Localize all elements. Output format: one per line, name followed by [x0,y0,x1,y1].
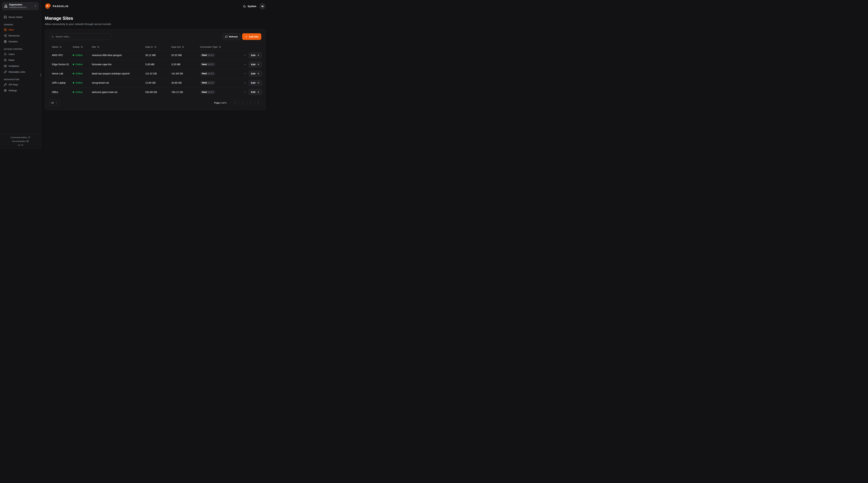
last-page-button[interactable] [255,100,261,105]
sidebar-resize-handle[interactable] [41,73,41,76]
column-header-site[interactable]: Site [92,45,144,48]
book-open-icon [26,140,29,142]
data-out-cell: 3.20 MB [172,63,198,66]
site-status-cell: Online [73,82,90,84]
column-label: Online [73,45,80,48]
search-icon [51,35,54,38]
ellipsis-icon [244,82,246,84]
data-out-cell: 52.02 MB [172,54,198,57]
refresh-button[interactable]: Refresh [222,33,241,40]
sort-icon [81,46,83,48]
online-status-label: Online [75,54,83,57]
page-title: Manage Sites [45,15,266,21]
connection-type-badge: Newt v1.3.2 [200,81,215,85]
ellipsis-icon [244,63,246,66]
avatar[interactable]: M [259,3,266,9]
connection-type-name: Newt [202,91,207,93]
connection-type-badge: Newt v1.3.2 [200,53,215,57]
brand-name: PANGOLIN [53,5,69,8]
row-menu-button[interactable] [242,53,248,58]
community-edition-link[interactable]: Community Edition [0,135,41,139]
sidebar-item-label: Settings [8,89,17,92]
brand: PANGOLIN [45,3,69,9]
refresh-icon [225,35,227,38]
org-selector-value: milo@fossorial.io's ... [9,6,33,9]
column-header-online[interactable]: Online [73,45,90,48]
data-out-cell: 780.12 GB [172,91,198,94]
sidebar-item-sites[interactable]: Sites [2,27,38,33]
community-edition-label: Community Edition [10,135,27,139]
org-selector[interactable]: Organization milo@fossorial.io's ... [2,2,38,10]
connection-type-cell: Newt v1.3.2 [200,81,241,85]
connection-type-name: Newt [202,54,207,56]
server-icon [4,15,7,19]
edit-button-label: Edit [251,82,255,84]
arrow-right-icon [257,63,259,66]
first-page-button[interactable] [232,100,238,105]
row-menu-button[interactable] [242,90,248,94]
site-name-cell: Jeff's Laptop [52,82,71,84]
row-menu-button[interactable] [242,80,248,85]
chevron-left-icon [242,101,244,104]
user-icon [4,53,7,56]
column-header-data-out[interactable]: Data Out [172,45,198,48]
sort-icon [59,46,62,48]
site-status-cell: Online [73,54,90,57]
edit-button-label: Edit [251,91,255,93]
sidebar-item-domains[interactable]: Domains [2,39,38,44]
previous-page-button[interactable] [240,100,246,105]
gear-icon [4,89,7,92]
edit-button[interactable]: Edit [249,62,262,67]
data-in-cell: 30.12 MB [145,54,170,57]
row-menu-button[interactable] [242,71,248,76]
building-icon [4,4,7,8]
data-out-cell: 34.80 GB [172,82,198,84]
site-slug-cell: vivacious-little-blue-penguin [92,54,144,57]
sidebar-item-roles[interactable]: Roles [2,57,38,63]
sort-icon [97,46,99,48]
sidebar-item-settings[interactable]: Settings [2,88,38,93]
edit-button[interactable]: Edit [249,71,262,76]
column-header-name[interactable]: Name [52,45,71,48]
ellipsis-icon [244,72,246,75]
edit-button[interactable]: Edit [249,80,262,86]
table-row: Jeff's Laptop Online smug-brown-rat 12.6… [49,78,261,88]
documentation-link[interactable]: Documentation [0,139,41,143]
next-page-button[interactable] [247,100,254,105]
sidebar-item-resources[interactable]: Resources [2,33,38,38]
connection-type-version: v1.3.2 [208,72,214,75]
arrow-right-icon [257,91,259,93]
column-header-data-in[interactable]: Data In [145,45,170,48]
edit-button[interactable]: Edit [249,89,262,95]
link-icon [4,70,7,73]
data-in-cell: 534.98 GB [145,91,170,94]
sidebar-item-api-keys[interactable]: API Keys [2,82,38,88]
sidebar-item-invitations[interactable]: Invitations [2,63,38,69]
sites-card: Refresh Add Site Name [45,29,266,110]
ellipsis-icon [244,54,246,57]
search-input[interactable] [56,35,109,38]
key-icon [4,83,7,86]
edit-button-label: Edit [251,63,255,66]
card-toolbar: Refresh Add Site [49,33,261,40]
online-status-dot [73,82,74,84]
connection-type-cell: Newt v1.3.2 [200,53,241,57]
page-size-select[interactable]: 20 [49,100,60,106]
add-site-button[interactable]: Add Site [242,33,261,40]
row-actions: Edit [242,53,262,58]
theme-toggle[interactable]: System [243,5,256,8]
connection-type-name: Newt [202,72,207,75]
sidebar-item-server-admin[interactable]: Server Admin [2,14,38,20]
sidebar-item-shareable-links[interactable]: Shareable Links [2,69,38,75]
edit-button[interactable]: Edit [249,53,262,58]
column-header-connection-type[interactable]: Connection Type [200,45,241,48]
sidebar-footer: Community Edition Documentation v1.7.0 [0,133,41,149]
page-size-value: 20 [51,101,54,104]
row-menu-button[interactable] [242,62,248,67]
globe-icon [4,40,7,43]
site-slug-cell: smug-brown-rat [92,82,144,84]
sidebar-item-users[interactable]: Users [2,51,38,57]
connection-type-badge: Newt v1.3.2 [200,90,215,94]
connection-type-cell: Newt v1.3.2 [200,62,241,66]
connection-type-version: v1.3.2 [208,91,214,93]
